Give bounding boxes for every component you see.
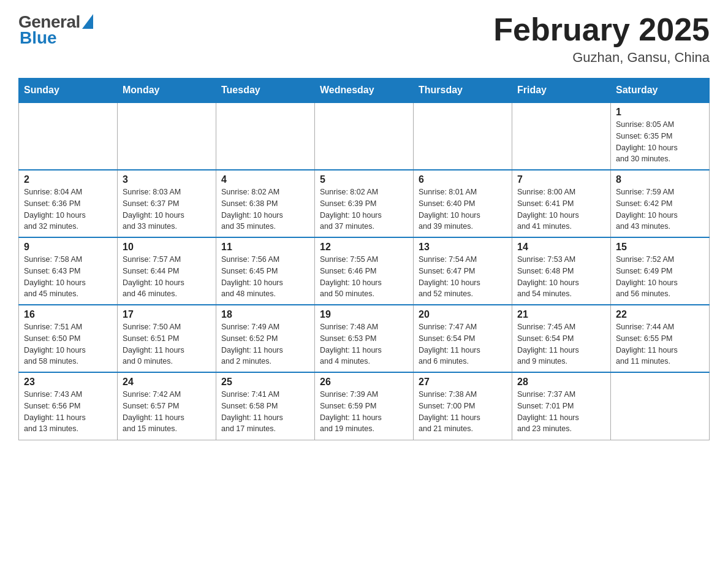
day-info: Sunrise: 7:39 AM Sunset: 6:59 PM Dayligh… — [320, 389, 408, 435]
day-number: 4 — [221, 174, 309, 185]
weekday-header-friday: Friday — [512, 79, 611, 103]
day-number: 19 — [320, 309, 408, 320]
calendar-cell — [315, 102, 414, 170]
calendar-cell — [216, 102, 315, 170]
day-number: 11 — [221, 242, 309, 253]
day-number: 17 — [123, 309, 211, 320]
month-title: February 2025 — [493, 12, 710, 47]
day-info: Sunrise: 7:45 AM Sunset: 6:54 PM Dayligh… — [517, 321, 605, 367]
day-info: Sunrise: 7:52 AM Sunset: 6:49 PM Dayligh… — [616, 254, 704, 300]
week-row-3: 9Sunrise: 7:58 AM Sunset: 6:43 PM Daylig… — [19, 237, 710, 305]
day-info: Sunrise: 7:59 AM Sunset: 6:42 PM Dayligh… — [616, 186, 704, 232]
calendar-cell: 7Sunrise: 8:00 AM Sunset: 6:41 PM Daylig… — [512, 170, 611, 237]
weekday-header-wednesday: Wednesday — [315, 79, 414, 103]
day-info: Sunrise: 7:49 AM Sunset: 6:52 PM Dayligh… — [221, 321, 309, 367]
weekday-header-saturday: Saturday — [611, 79, 710, 103]
calendar-cell: 18Sunrise: 7:49 AM Sunset: 6:52 PM Dayli… — [216, 305, 315, 372]
calendar-cell — [19, 102, 118, 170]
day-number: 14 — [517, 242, 605, 253]
calendar-cell: 10Sunrise: 7:57 AM Sunset: 6:44 PM Dayli… — [118, 237, 216, 305]
day-info: Sunrise: 7:41 AM Sunset: 6:58 PM Dayligh… — [221, 389, 309, 435]
day-info: Sunrise: 7:38 AM Sunset: 7:00 PM Dayligh… — [419, 389, 507, 435]
calendar-cell: 19Sunrise: 7:48 AM Sunset: 6:53 PM Dayli… — [315, 305, 414, 372]
day-info: Sunrise: 7:54 AM Sunset: 6:47 PM Dayligh… — [419, 254, 507, 300]
day-info: Sunrise: 7:44 AM Sunset: 6:55 PM Dayligh… — [616, 321, 704, 367]
calendar-cell — [118, 102, 216, 170]
day-number: 16 — [24, 309, 112, 320]
day-info: Sunrise: 7:47 AM Sunset: 6:54 PM Dayligh… — [419, 321, 507, 367]
day-info: Sunrise: 7:57 AM Sunset: 6:44 PM Dayligh… — [123, 254, 211, 300]
day-number: 3 — [123, 174, 211, 185]
day-info: Sunrise: 7:53 AM Sunset: 6:48 PM Dayligh… — [517, 254, 605, 300]
day-number: 8 — [616, 174, 704, 185]
day-number: 2 — [24, 174, 112, 185]
page-header: General Blue February 2025 Guzhan, Gansu… — [18, 12, 710, 66]
day-number: 5 — [320, 174, 408, 185]
logo-blue-text: Blue — [20, 28, 93, 48]
weekday-header-sunday: Sunday — [19, 79, 118, 103]
day-number: 1 — [616, 107, 704, 118]
week-row-5: 23Sunrise: 7:43 AM Sunset: 6:56 PM Dayli… — [19, 372, 710, 440]
calendar-cell: 23Sunrise: 7:43 AM Sunset: 6:56 PM Dayli… — [19, 372, 118, 440]
calendar-cell: 17Sunrise: 7:50 AM Sunset: 6:51 PM Dayli… — [118, 305, 216, 372]
day-info: Sunrise: 7:55 AM Sunset: 6:46 PM Dayligh… — [320, 254, 408, 300]
day-info: Sunrise: 8:04 AM Sunset: 6:36 PM Dayligh… — [24, 186, 112, 232]
day-info: Sunrise: 8:01 AM Sunset: 6:40 PM Dayligh… — [419, 186, 507, 232]
calendar-cell: 8Sunrise: 7:59 AM Sunset: 6:42 PM Daylig… — [611, 170, 710, 237]
calendar-cell: 11Sunrise: 7:56 AM Sunset: 6:45 PM Dayli… — [216, 237, 315, 305]
weekday-header-row: SundayMondayTuesdayWednesdayThursdayFrid… — [19, 79, 710, 103]
calendar-cell — [512, 102, 611, 170]
day-number: 12 — [320, 242, 408, 253]
calendar-cell: 16Sunrise: 7:51 AM Sunset: 6:50 PM Dayli… — [19, 305, 118, 372]
day-info: Sunrise: 7:42 AM Sunset: 6:57 PM Dayligh… — [123, 389, 211, 435]
day-number: 20 — [419, 309, 507, 320]
day-number: 21 — [517, 309, 605, 320]
week-row-2: 2Sunrise: 8:04 AM Sunset: 6:36 PM Daylig… — [19, 170, 710, 237]
title-area: February 2025 Guzhan, Gansu, China — [493, 12, 710, 66]
day-number: 9 — [24, 242, 112, 253]
week-row-4: 16Sunrise: 7:51 AM Sunset: 6:50 PM Dayli… — [19, 305, 710, 372]
calendar-cell — [611, 372, 710, 440]
calendar-cell: 22Sunrise: 7:44 AM Sunset: 6:55 PM Dayli… — [611, 305, 710, 372]
calendar-cell: 27Sunrise: 7:38 AM Sunset: 7:00 PM Dayli… — [414, 372, 512, 440]
day-number: 6 — [419, 174, 507, 185]
calendar-cell: 12Sunrise: 7:55 AM Sunset: 6:46 PM Dayli… — [315, 237, 414, 305]
location-text: Guzhan, Gansu, China — [493, 50, 710, 66]
calendar-cell: 15Sunrise: 7:52 AM Sunset: 6:49 PM Dayli… — [611, 237, 710, 305]
calendar-cell: 2Sunrise: 8:04 AM Sunset: 6:36 PM Daylig… — [19, 170, 118, 237]
day-info: Sunrise: 7:56 AM Sunset: 6:45 PM Dayligh… — [221, 254, 309, 300]
day-info: Sunrise: 7:48 AM Sunset: 6:53 PM Dayligh… — [320, 321, 408, 367]
day-info: Sunrise: 7:37 AM Sunset: 7:01 PM Dayligh… — [517, 389, 605, 435]
day-number: 28 — [517, 377, 605, 388]
calendar-cell: 21Sunrise: 7:45 AM Sunset: 6:54 PM Dayli… — [512, 305, 611, 372]
calendar-cell: 14Sunrise: 7:53 AM Sunset: 6:48 PM Dayli… — [512, 237, 611, 305]
logo-arrow-icon — [82, 14, 93, 29]
day-number: 23 — [24, 377, 112, 388]
calendar-cell: 28Sunrise: 7:37 AM Sunset: 7:01 PM Dayli… — [512, 372, 611, 440]
day-info: Sunrise: 8:05 AM Sunset: 6:35 PM Dayligh… — [616, 119, 704, 165]
calendar-cell: 9Sunrise: 7:58 AM Sunset: 6:43 PM Daylig… — [19, 237, 118, 305]
day-info: Sunrise: 7:51 AM Sunset: 6:50 PM Dayligh… — [24, 321, 112, 367]
day-number: 7 — [517, 174, 605, 185]
day-number: 26 — [320, 377, 408, 388]
day-number: 10 — [123, 242, 211, 253]
day-number: 25 — [221, 377, 309, 388]
day-number: 15 — [616, 242, 704, 253]
weekday-header-monday: Monday — [118, 79, 216, 103]
logo: General Blue — [18, 12, 93, 48]
calendar-cell: 20Sunrise: 7:47 AM Sunset: 6:54 PM Dayli… — [414, 305, 512, 372]
calendar-cell: 25Sunrise: 7:41 AM Sunset: 6:58 PM Dayli… — [216, 372, 315, 440]
day-number: 18 — [221, 309, 309, 320]
week-row-1: 1Sunrise: 8:05 AM Sunset: 6:35 PM Daylig… — [19, 102, 710, 170]
day-info: Sunrise: 8:03 AM Sunset: 6:37 PM Dayligh… — [123, 186, 211, 232]
day-info: Sunrise: 7:50 AM Sunset: 6:51 PM Dayligh… — [123, 321, 211, 367]
day-info: Sunrise: 7:43 AM Sunset: 6:56 PM Dayligh… — [24, 389, 112, 435]
calendar-table: SundayMondayTuesdayWednesdayThursdayFrid… — [18, 78, 710, 440]
calendar-cell: 5Sunrise: 8:02 AM Sunset: 6:39 PM Daylig… — [315, 170, 414, 237]
day-info: Sunrise: 8:02 AM Sunset: 6:39 PM Dayligh… — [320, 186, 408, 232]
day-info: Sunrise: 8:00 AM Sunset: 6:41 PM Dayligh… — [517, 186, 605, 232]
weekday-header-tuesday: Tuesday — [216, 79, 315, 103]
day-info: Sunrise: 8:02 AM Sunset: 6:38 PM Dayligh… — [221, 186, 309, 232]
calendar-cell: 1Sunrise: 8:05 AM Sunset: 6:35 PM Daylig… — [611, 102, 710, 170]
day-number: 24 — [123, 377, 211, 388]
